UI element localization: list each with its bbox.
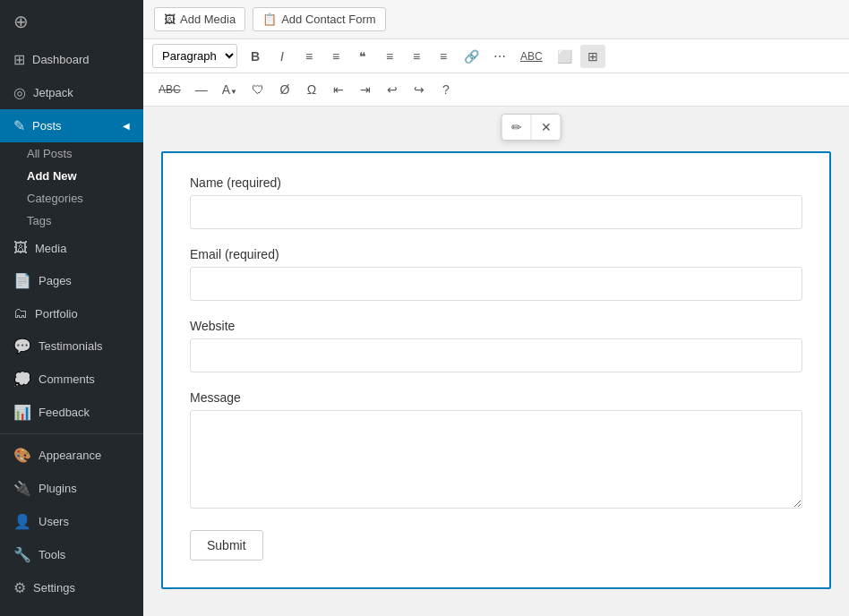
sidebar-sub-tags[interactable]: Tags (0, 210, 143, 232)
bold-button[interactable]: B (243, 45, 268, 68)
sidebar-item-label: Dashboard (32, 53, 90, 66)
close-icon: ✕ (541, 120, 552, 134)
email-label: Email (required) (190, 247, 802, 261)
submit-label: Submit (207, 538, 246, 552)
sidebar-item-label: Media (35, 242, 66, 255)
paste-from-word-button[interactable]: 🛡 (245, 78, 270, 101)
editor-toolbar-top: 🖼 Add Media 📋 Add Contact Form (143, 0, 849, 39)
undo-button[interactable]: ↩ (380, 78, 405, 101)
align-center-button[interactable]: ≡ (404, 45, 429, 68)
paragraph-select[interactable]: Paragraph (152, 44, 237, 68)
sidebar-item-label: Jetpack (33, 86, 73, 99)
help-button[interactable]: ? (433, 78, 459, 101)
settings-icon: ⚙ (13, 579, 26, 596)
wp-logo: ⊕ (0, 0, 143, 43)
main-content: 🖼 Add Media 📋 Add Contact Form Paragraph… (143, 0, 849, 616)
blockquote-button[interactable]: ❝ (350, 45, 375, 68)
sidebar-item-pages[interactable]: 📄 Pages (0, 264, 143, 297)
sidebar-item-posts[interactable]: ✎ Posts ◀ (0, 109, 143, 142)
sidebar-divider (0, 433, 143, 434)
comments-icon: 💭 (13, 371, 31, 388)
add-contact-form-label: Add Contact Form (281, 13, 376, 26)
insert-more-button[interactable]: ⋯ (487, 45, 512, 68)
name-label: Name (required) (190, 175, 802, 190)
sidebar-item-settings[interactable]: ⚙ Settings (0, 571, 143, 604)
message-textarea[interactable] (190, 410, 802, 509)
add-contact-form-icon: 📋 (262, 13, 277, 26)
sidebar-item-testimonials[interactable]: 💬 Testimonials (0, 329, 143, 363)
text-color-button[interactable]: A▼ (216, 78, 244, 101)
redo-button[interactable]: ↪ (407, 78, 432, 101)
message-field-group: Message (190, 390, 802, 512)
tools-icon: 🔧 (13, 546, 31, 563)
form-edit-button[interactable]: ✏ (502, 115, 531, 140)
editor-format-bar-2: ABC — A▼ 🛡 Ø Ω ⇤ ⇥ ↩ ↪ ? (143, 73, 849, 107)
add-media-button[interactable]: 🖼 Add Media (154, 7, 245, 31)
sidebar-item-label: Posts (32, 119, 62, 133)
sidebar-sub-all-posts[interactable]: All Posts (0, 142, 143, 165)
form-close-button[interactable]: ✕ (532, 115, 561, 140)
sidebar-item-portfolio[interactable]: 🗂 Portfolio (0, 297, 143, 329)
add-media-icon: 🖼 (164, 13, 176, 26)
sidebar-item-label: Comments (39, 372, 95, 386)
sidebar-item-media[interactable]: 🖼 Media (0, 232, 143, 264)
sidebar-item-dashboard[interactable]: ⊞ Dashboard (0, 43, 143, 76)
sidebar-item-label: Feedback (39, 406, 90, 419)
users-icon: 👤 (13, 513, 31, 530)
submit-button[interactable]: Submit (190, 530, 263, 560)
special-char-button[interactable]: Ω (299, 78, 324, 101)
unordered-list-button[interactable]: ≡ (296, 45, 322, 68)
link-button[interactable]: 🔗 (458, 45, 485, 68)
name-field-group: Name (required) (190, 175, 802, 229)
align-right-button[interactable]: ≡ (431, 45, 456, 68)
align-left-button[interactable]: ≡ (377, 45, 402, 68)
spellcheck-button[interactable]: ABC (514, 46, 549, 67)
fullscreen-button[interactable]: ⬜ (551, 45, 579, 68)
sidebar-item-label: Appearance (39, 449, 101, 462)
testimonials-icon: 💬 (13, 338, 31, 355)
feedback-icon: 📊 (13, 404, 31, 421)
portfolio-icon: 🗂 (13, 305, 28, 321)
add-contact-form-button[interactable]: 📋 Add Contact Form (253, 7, 386, 31)
toolbar-toggle-button[interactable]: ⊞ (580, 45, 605, 68)
hr-button[interactable]: — (189, 78, 214, 101)
email-input[interactable] (190, 267, 802, 301)
sidebar-sub-add-new[interactable]: Add New (0, 165, 143, 187)
plugins-icon: 🔌 (13, 480, 31, 497)
sidebar-item-label: Tools (39, 548, 65, 561)
sidebar-item-label: Settings (33, 581, 75, 595)
add-media-label: Add Media (180, 13, 236, 26)
ordered-list-button[interactable]: ≡ (323, 45, 348, 68)
contact-form-block: Name (required) Email (required) Website… (161, 151, 831, 589)
indent-button[interactable]: ⇥ (353, 78, 378, 101)
clear-format-button[interactable]: Ø (272, 78, 297, 101)
sidebar-sub-categories[interactable]: Categories (0, 187, 143, 210)
wp-icon: ⊕ (13, 11, 29, 32)
sidebar-item-feedback[interactable]: 📊 Feedback (0, 396, 143, 429)
name-input[interactable] (190, 195, 802, 229)
sidebar-item-comments[interactable]: 💭 Comments (0, 363, 143, 396)
strikethrough-button[interactable]: ABC (152, 79, 187, 100)
email-field-group: Email (required) (190, 247, 802, 301)
website-input[interactable] (190, 338, 802, 372)
collapse-menu-button[interactable]: ◀ Collapse menu (0, 604, 143, 616)
italic-button[interactable]: I (270, 45, 295, 68)
pages-icon: 📄 (13, 272, 31, 289)
form-popup-toolbar: ✏ ✕ (502, 114, 562, 141)
editor-format-bar-1: Paragraph B I ≡ ≡ ❝ ≡ ≡ ≡ 🔗 ⋯ ABC ⬜ ⊞ (143, 39, 849, 73)
posts-icon: ✎ (13, 117, 25, 134)
dashboard-icon: ⊞ (13, 51, 25, 68)
sidebar-item-appearance[interactable]: 🎨 Appearance (0, 439, 143, 472)
appearance-icon: 🎨 (13, 447, 31, 464)
sidebar-item-label: Pages (39, 274, 72, 287)
sidebar-item-tools[interactable]: 🔧 Tools (0, 538, 143, 571)
sidebar-item-plugins[interactable]: 🔌 Plugins (0, 472, 143, 505)
outdent-button[interactable]: ⇤ (326, 78, 351, 101)
message-label: Message (190, 390, 802, 405)
sidebar-item-users[interactable]: 👤 Users (0, 505, 143, 538)
media-icon: 🖼 (13, 240, 28, 256)
sidebar-item-label: Portfolio (35, 307, 78, 321)
edit-icon: ✏ (511, 120, 522, 134)
posts-submenu: All Posts Add New Categories Tags (0, 142, 143, 232)
sidebar-item-jetpack[interactable]: ◎ Jetpack (0, 76, 143, 109)
